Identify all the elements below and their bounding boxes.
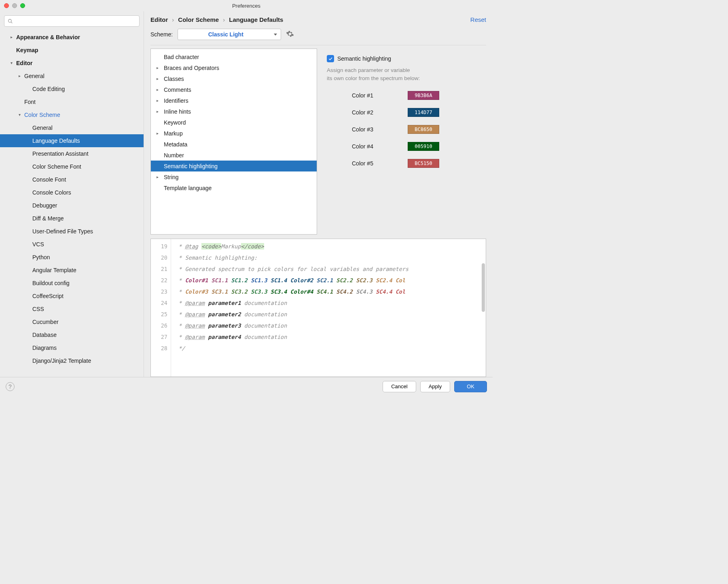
color-swatch[interactable]: 9B3B6A (408, 91, 439, 100)
sidebar-item-console-font[interactable]: ▸Console Font (0, 173, 144, 186)
chevron-right-icon: ▸ (157, 131, 161, 135)
tree-item-label: Django/Jinja2 Template (32, 354, 91, 367)
tree-item-label: Buildout config (32, 277, 70, 290)
color-swatch-row: Color #5BC5150 (327, 159, 485, 168)
preview-scrollbar[interactable] (482, 263, 485, 312)
sidebar-item-vcs[interactable]: ▸VCS (0, 238, 144, 251)
category-bad-character[interactable]: ▸Bad character (151, 51, 317, 62)
sidebar-item-editor[interactable]: ▾Editor (0, 57, 144, 70)
options-panel: Semantic highlighting Assign each parame… (325, 49, 486, 235)
tree-item-label: Angular Template (32, 264, 76, 277)
category-string[interactable]: ▸String (151, 171, 317, 182)
sidebar-item-django-jinja2-template[interactable]: ▸Django/Jinja2 Template (0, 354, 144, 367)
tree-item-label: Editor (16, 57, 32, 70)
category-semantic-highlighting[interactable]: ▸Semantic highlighting (151, 161, 317, 171)
chevron-down-icon[interactable]: ▾ (9, 57, 14, 70)
breadcrumb-editor[interactable]: Editor (150, 16, 168, 23)
chevron-right-icon[interactable]: ▸ (9, 31, 14, 44)
reset-link[interactable]: Reset (470, 16, 486, 23)
breadcrumb: Editor › Color Scheme › Language Default… (150, 16, 486, 23)
category-identifiers[interactable]: ▸Identifiers (151, 95, 317, 106)
gear-icon[interactable] (286, 30, 294, 39)
sidebar-item-general[interactable]: ▸General (0, 70, 144, 83)
color-swatch[interactable]: 005910 (408, 142, 439, 151)
tree-item-label: Presentation Assistant (32, 147, 89, 160)
sidebar-item-code-editing[interactable]: ▸Code Editing (0, 83, 144, 95)
sidebar-item-appearance-behavior[interactable]: ▸Appearance & Behavior (0, 31, 144, 44)
scheme-select[interactable]: Classic Light (178, 29, 281, 40)
zoom-window-icon[interactable] (20, 3, 25, 8)
swatch-label: Color #4 (327, 143, 408, 150)
category-markup[interactable]: ▸Markup (151, 128, 317, 139)
sidebar-item-color-scheme[interactable]: ▾Color Scheme (0, 108, 144, 121)
code-preview[interactable]: 19202122232425262728 * @tag <code>Markup… (150, 239, 486, 377)
sidebar-item-diff-merge[interactable]: ▸Diff & Merge (0, 212, 144, 225)
tree-item-label: Diff & Merge (32, 212, 64, 225)
sidebar-item-coffeescript[interactable]: ▸CoffeeScript (0, 290, 144, 303)
category-label: String (164, 174, 179, 180)
color-swatch[interactable]: BC5150 (408, 159, 439, 168)
swatch-label: Color #2 (327, 109, 408, 116)
category-label: Number (164, 152, 184, 159)
chevron-down-icon[interactable]: ▾ (17, 108, 22, 121)
sidebar-item-angular-template[interactable]: ▸Angular Template (0, 264, 144, 277)
breadcrumb-color-scheme[interactable]: Color Scheme (178, 16, 219, 23)
category-keyword[interactable]: ▸Keyword (151, 117, 317, 128)
semantic-highlighting-checkbox-row[interactable]: Semantic highlighting (327, 55, 485, 62)
sidebar-item-python[interactable]: ▸Python (0, 251, 144, 264)
sidebar-item-database[interactable]: ▸Database (0, 328, 144, 341)
color-swatch[interactable]: BC8650 (408, 125, 439, 134)
tree-item-label: Diagrams (32, 341, 57, 354)
sidebar-item-user-defined-file-types[interactable]: ▸User-Defined File Types (0, 225, 144, 238)
sidebar-item-general[interactable]: ▸General (0, 121, 144, 134)
settings-tree[interactable]: ▸Appearance & Behavior▸Keymap▾Editor▸Gen… (0, 31, 144, 377)
color-swatch-row: Color #3BC8650 (327, 125, 485, 134)
category-label: Semantic highlighting (164, 163, 218, 169)
sidebar-item-language-defaults[interactable]: ▸Language Defaults (0, 134, 144, 147)
sidebar-item-debugger[interactable]: ▸Debugger (0, 199, 144, 212)
tree-item-label: User-Defined File Types (32, 225, 93, 238)
category-classes[interactable]: ▸Classes (151, 73, 317, 84)
sidebar-item-console-colors[interactable]: ▸Console Colors (0, 186, 144, 199)
category-label: Classes (164, 76, 184, 82)
chevron-right-icon[interactable]: ▸ (17, 70, 22, 83)
sidebar-item-keymap[interactable]: ▸Keymap (0, 44, 144, 57)
category-list[interactable]: ▸Bad character▸Braces and Operators▸Clas… (150, 49, 317, 235)
sidebar-item-cucumber[interactable]: ▸Cucumber (0, 315, 144, 328)
tree-item-label: Cucumber (32, 315, 59, 328)
main-panel: Editor › Color Scheme › Language Default… (144, 11, 493, 377)
category-metadata[interactable]: ▸Metadata (151, 139, 317, 150)
sidebar-item-diagrams[interactable]: ▸Diagrams (0, 341, 144, 354)
ok-button[interactable]: OK (454, 381, 487, 392)
category-number[interactable]: ▸Number (151, 150, 317, 161)
color-swatch[interactable]: 114D77 (408, 108, 439, 117)
category-comments[interactable]: ▸Comments (151, 84, 317, 95)
category-template-language[interactable]: ▸Template language (151, 182, 317, 193)
window-title: Preferences (0, 3, 493, 9)
color-swatch-row: Color #19B3B6A (327, 91, 485, 100)
sidebar-item-color-scheme-font[interactable]: ▸Color Scheme Font (0, 160, 144, 173)
close-window-icon[interactable] (4, 3, 9, 8)
help-icon[interactable]: ? (6, 382, 15, 391)
cancel-button[interactable]: Cancel (383, 381, 416, 392)
sidebar-item-buildout-config[interactable]: ▸Buildout config (0, 277, 144, 290)
swatch-label: Color #5 (327, 160, 408, 167)
breadcrumb-language-defaults: Language Defaults (229, 16, 283, 23)
sidebar-item-css[interactable]: ▸CSS (0, 303, 144, 315)
titlebar: Preferences (0, 0, 493, 11)
option-description: Assign each parameter or variable its ow… (327, 66, 485, 83)
sidebar: ▸Appearance & Behavior▸Keymap▾Editor▸Gen… (0, 11, 144, 377)
chevron-right-icon: ▸ (157, 87, 161, 92)
category-inline-hints[interactable]: ▸Inline hints (151, 106, 317, 117)
sidebar-item-font[interactable]: ▸Font (0, 95, 144, 108)
checkbox-checked-icon[interactable] (327, 55, 334, 62)
category-label: Keyword (164, 119, 186, 126)
line-number: 24 (151, 297, 167, 309)
apply-button[interactable]: Apply (420, 381, 451, 392)
sidebar-item-presentation-assistant[interactable]: ▸Presentation Assistant (0, 147, 144, 160)
search-input[interactable] (4, 15, 140, 27)
category-label: Markup (164, 130, 183, 137)
scheme-select-wrap: Classic Light (178, 29, 281, 40)
chevron-right-icon: ▸ (157, 175, 161, 179)
category-braces-and-operators[interactable]: ▸Braces and Operators (151, 62, 317, 73)
